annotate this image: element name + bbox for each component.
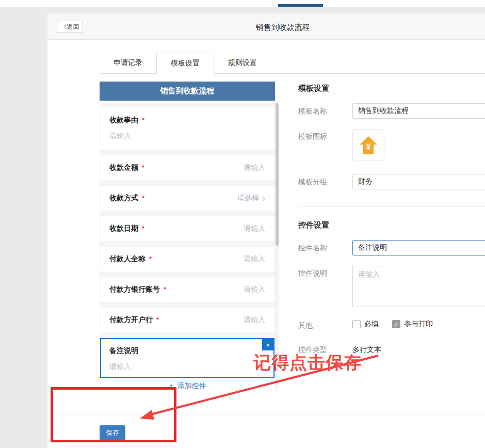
remove-field-icon[interactable]: × [262,339,273,350]
required-star: * [142,194,144,202]
form-preview-body: 收款事由*请输入收款金额*请输入收款方式*请选择›收款日期*请输入付款人全称*请… [100,101,275,394]
field-label: 付款方开户行* [109,315,159,325]
control-name-input[interactable] [352,240,485,255]
field-gap [100,271,274,277]
template-name-input[interactable] [352,103,485,119]
field-gap [100,180,274,186]
form-preview-panel: 销售到收款流程 收款事由*请输入收款金额*请输入收款方式*请选择›收款日期*请输… [100,82,275,394]
field-gap [100,302,274,308]
field-placeholder: 请输入 [109,132,131,140]
page-title: 销售到收款流程 [256,23,310,33]
control-settings-heading: 控件设置 [298,220,329,230]
tab-template-settings[interactable]: 模板设置 [156,53,214,74]
form-field-6[interactable]: 付款方银行账号*请输入 [100,277,274,302]
template-name-label: 模板名称 [298,107,327,116]
svg-text:¥: ¥ [366,142,371,151]
field-placeholder: 请输入 [244,163,265,172]
form-field-4[interactable]: 收款日期*请输入 [100,216,274,241]
required-star: * [142,116,144,124]
tab-application-records[interactable]: 申请记录 [100,53,156,73]
control-description-label: 控件说明 [298,269,327,278]
chevron-right-icon: › [262,194,265,203]
template-group-label: 模板分组 [298,178,327,187]
back-button[interactable]: 《返回 [57,21,83,33]
tab-rule-settings[interactable]: 规则设置 [214,53,271,73]
field-gap [100,211,274,216]
field-placeholder: 请输入 [244,224,265,233]
active-browser-tab-indicator[interactable] [278,4,323,7]
field-gap [100,241,274,247]
field-gap [100,332,274,338]
form-field-8[interactable]: 备注说明请输入× [100,338,274,378]
field-label: 付款方银行账号* [109,285,166,294]
form-field-2[interactable]: 收款金额*请输入 [100,155,274,180]
field-placeholder: 请输入 [244,285,265,294]
field-label: 付款人全称* [109,254,152,264]
preview-scrollbar-thumb[interactable] [276,103,279,246]
print-checkbox[interactable]: ✓ [392,320,400,328]
checkbox-row: 必填 ✓ 参与打印 [352,319,446,329]
template-icon-label: 模板图标 [298,132,327,141]
field-label: 备注说明 [109,346,138,355]
required-star: * [164,285,166,293]
section-divider [298,206,485,207]
form-field-7[interactable]: 付款方开户行*请输入 [100,308,274,332]
required-checkbox-label: 必填 [364,319,379,329]
other-options-label: 其他 [298,321,313,330]
tab-bar: 申请记录 模板设置 规则设置 [100,53,485,74]
add-control-label: 添加控件 [177,381,206,391]
field-label: 收款金额* [109,163,144,172]
required-star: * [142,225,144,232]
template-group-select[interactable] [352,174,485,189]
house-yen-icon: ¥ [359,135,378,155]
required-star: * [156,316,159,324]
field-placeholder: 请输入 [244,254,265,264]
annotation-text: 记得点击保存 [253,351,362,375]
spacer [100,103,274,107]
field-placeholder: 请输入 [109,362,131,371]
browser-top-strip [0,0,485,7]
required-star: * [149,255,152,263]
field-placeholder: 请选择 [237,194,259,203]
add-control-button[interactable]: + 添加控件 [100,378,274,394]
field-gap [100,150,274,155]
field-label: 收款事由* [109,116,144,124]
save-button[interactable]: 保存 [100,425,125,440]
form-field-3[interactable]: 收款方式*请选择› [100,186,274,211]
template-icon-picker[interactable]: ¥ [352,129,384,161]
form-field-5[interactable]: 付款人全称*请输入 [100,247,274,271]
required-star: * [142,164,144,171]
print-checkbox-label: 参与打印 [404,319,433,329]
field-placeholder: 请输入 [244,315,265,325]
footer-divider [47,414,485,415]
field-list: 收款事由*请输入收款金额*请输入收款方式*请选择›收款日期*请输入付款人全称*请… [100,107,274,378]
required-checkbox[interactable] [352,320,361,328]
plus-icon: + [169,381,174,391]
field-label: 收款日期* [109,224,144,233]
control-description-textarea[interactable] [352,266,485,307]
template-settings-heading: 模板设置 [298,84,329,93]
form-preview-title: 销售到收款流程 [100,82,275,101]
field-label: 收款方式* [109,194,144,203]
control-name-label: 控件名称 [298,244,327,253]
form-field-1[interactable]: 收款事由*请输入 [100,107,274,150]
